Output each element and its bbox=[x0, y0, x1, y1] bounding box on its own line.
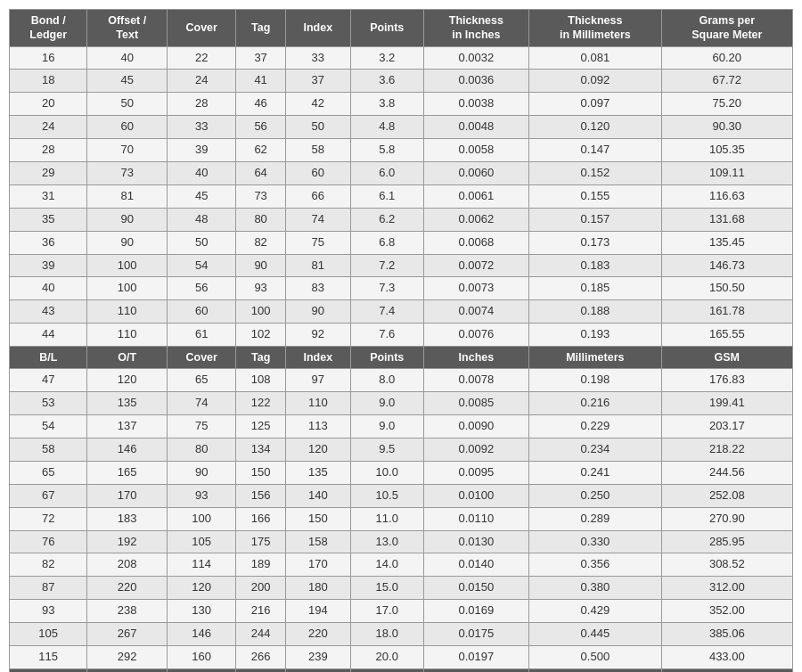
table-row: 24603356504.80.00480.12090.30 bbox=[10, 116, 793, 139]
table-cell: 3.6 bbox=[350, 70, 423, 93]
table-cell: 9.5 bbox=[350, 438, 423, 462]
table-cell: 0.0060 bbox=[423, 161, 528, 184]
table-cell: 29 bbox=[10, 161, 87, 184]
table-cell: 17.0 bbox=[350, 600, 423, 623]
table-cell: 73 bbox=[236, 184, 285, 208]
table-cell: 93 bbox=[167, 484, 235, 507]
table-row: 10526714624422018.00.01750.445385.06 bbox=[10, 623, 793, 646]
table-cell: 93 bbox=[236, 277, 285, 300]
table-cell: 74 bbox=[285, 208, 350, 231]
table-cell: 0.152 bbox=[529, 161, 661, 184]
table-cell: 170 bbox=[285, 553, 350, 577]
table-cell: 90 bbox=[87, 231, 168, 254]
table-cell: 50 bbox=[167, 231, 235, 254]
table-cell: 115 bbox=[10, 646, 87, 669]
table-cell: 28 bbox=[167, 93, 235, 116]
table-cell: 0.0197 bbox=[423, 646, 528, 669]
table-row: 54137751251139.00.00900.229203.17 bbox=[10, 415, 793, 438]
table-cell: 7.3 bbox=[350, 277, 423, 300]
table-cell: 267 bbox=[87, 623, 168, 646]
table-cell: 6.1 bbox=[350, 184, 423, 208]
subheader-cell: Tag bbox=[236, 347, 285, 369]
table-cell: 192 bbox=[87, 530, 168, 553]
table-cell: 130 bbox=[167, 600, 235, 623]
table-cell: 0.0090 bbox=[423, 415, 528, 438]
table-cell: 110 bbox=[285, 392, 350, 415]
table-cell: 0.147 bbox=[529, 139, 661, 162]
table-row: 9323813021619417.00.01690.429352.00 bbox=[10, 600, 793, 623]
table-cell: 0.356 bbox=[529, 553, 661, 577]
table-cell: 33 bbox=[285, 46, 350, 70]
table-cell: 74 bbox=[167, 392, 235, 415]
table-cell: 24 bbox=[167, 70, 235, 93]
table-cell: 6.2 bbox=[350, 208, 423, 231]
table-cell: 33 bbox=[167, 116, 235, 139]
table-cell: 0.0068 bbox=[423, 231, 528, 254]
table-cell: 146 bbox=[167, 623, 235, 646]
table-cell: 81 bbox=[285, 254, 350, 277]
table-cell: 285.95 bbox=[661, 530, 792, 553]
table-cell: 10.0 bbox=[350, 461, 423, 484]
table-cell: 0.0130 bbox=[423, 530, 528, 553]
table-cell: 28 bbox=[10, 139, 87, 162]
table-row: 31814573666.10.00610.155116.63 bbox=[10, 184, 793, 208]
table-cell: 62 bbox=[236, 139, 285, 162]
table-cell: 18 bbox=[10, 70, 87, 93]
table-row: 53135741221109.00.00850.216199.41 bbox=[10, 392, 793, 415]
table-cell: 0.0095 bbox=[423, 461, 528, 484]
table-cell: 54 bbox=[167, 254, 235, 277]
table-cell: 20 bbox=[10, 93, 87, 116]
table-cell: 80 bbox=[167, 438, 235, 462]
table-cell: 165.55 bbox=[661, 324, 792, 347]
table-cell: 180 bbox=[285, 577, 350, 600]
header-cell: Tag bbox=[236, 10, 285, 47]
table-cell: 131.68 bbox=[661, 208, 792, 231]
table-cell: 75 bbox=[285, 231, 350, 254]
table-cell: 61 bbox=[167, 324, 235, 347]
table-row: 28703962585.80.00580.147105.35 bbox=[10, 139, 793, 162]
table-cell: 135.45 bbox=[661, 231, 792, 254]
table-cell: 161.78 bbox=[661, 300, 792, 324]
table-cell: 0.198 bbox=[529, 369, 661, 392]
footer-header-cell: Cover bbox=[167, 668, 235, 672]
table-row: 391005490817.20.00720.183146.73 bbox=[10, 254, 793, 277]
table-cell: 352.00 bbox=[661, 600, 792, 623]
table-cell: 0.173 bbox=[529, 231, 661, 254]
table-cell: 0.0076 bbox=[423, 324, 528, 347]
table-row: 11529216026623920.00.01970.500433.00 bbox=[10, 646, 793, 669]
table-cell: 165 bbox=[87, 461, 168, 484]
table-cell: 0.0092 bbox=[423, 438, 528, 462]
subheader-cell: Index bbox=[285, 347, 350, 369]
table-row: 7218310016615011.00.01100.289270.90 bbox=[10, 507, 793, 530]
subheader-cell: O/T bbox=[87, 347, 168, 369]
footer-header-cell: Offset /Text bbox=[87, 668, 168, 672]
table-cell: 20.0 bbox=[350, 646, 423, 669]
table-cell: 92 bbox=[285, 324, 350, 347]
table-cell: 105.35 bbox=[661, 139, 792, 162]
table-cell: 47 bbox=[10, 369, 87, 392]
header-cell: Thicknessin Millimeters bbox=[529, 10, 661, 47]
table-cell: 11.0 bbox=[350, 507, 423, 530]
subheader-cell: Inches bbox=[423, 347, 528, 369]
table-cell: 252.08 bbox=[661, 484, 792, 507]
table-cell: 122 bbox=[236, 392, 285, 415]
table-cell: 183 bbox=[87, 507, 168, 530]
table-cell: 385.06 bbox=[661, 623, 792, 646]
table-row: 4411061102927.60.00760.193165.55 bbox=[10, 324, 793, 347]
table-cell: 0.500 bbox=[529, 646, 661, 669]
table-cell: 135 bbox=[285, 461, 350, 484]
table-cell: 87 bbox=[10, 577, 87, 600]
table-cell: 35 bbox=[10, 208, 87, 231]
table-cell: 0.234 bbox=[529, 438, 661, 462]
table-cell: 120 bbox=[167, 577, 235, 600]
table-cell: 56 bbox=[167, 277, 235, 300]
table-cell: 176.83 bbox=[661, 369, 792, 392]
table-cell: 0.330 bbox=[529, 530, 661, 553]
table-cell: 0.0032 bbox=[423, 46, 528, 70]
table-cell: 220 bbox=[87, 577, 168, 600]
table-cell: 67.72 bbox=[661, 70, 792, 93]
table-row: 16402237333.20.00320.08160.20 bbox=[10, 46, 793, 70]
table-cell: 39 bbox=[167, 139, 235, 162]
table-cell: 15.0 bbox=[350, 577, 423, 600]
table-cell: 0.0038 bbox=[423, 93, 528, 116]
